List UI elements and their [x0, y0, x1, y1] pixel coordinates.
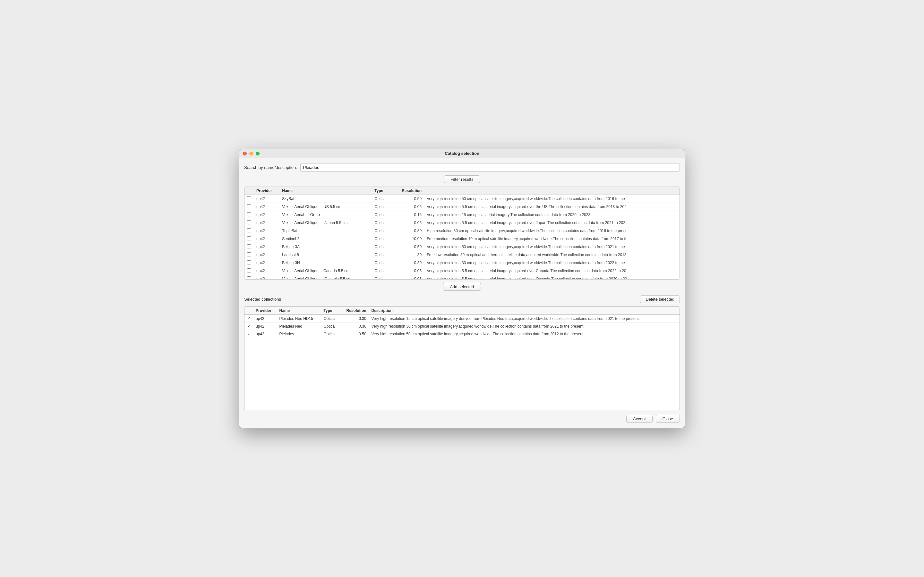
- row-checkbox[interactable]: [247, 196, 251, 200]
- row-checkbox[interactable]: [247, 212, 251, 216]
- row-resolution: 0.15: [393, 211, 424, 219]
- row-checkbox[interactable]: [247, 276, 251, 279]
- row-checkbox[interactable]: [247, 236, 251, 240]
- results-col-checkbox: [244, 187, 254, 195]
- results-col-provider: Provider: [254, 187, 279, 195]
- selected-col-type: Type: [321, 307, 341, 315]
- selected-col-name: Name: [276, 307, 321, 315]
- results-table: Provider Name Type Resolution up42 SkySa…: [244, 187, 680, 279]
- row-provider: up42: [254, 259, 279, 267]
- row-checkbox[interactable]: [247, 244, 251, 248]
- footer-row: Accept Close: [244, 414, 680, 423]
- row-description: Very high resolution 5.5 cm optical aeri…: [424, 219, 680, 227]
- add-selected-button[interactable]: Add selected: [443, 283, 481, 291]
- table-row: up42 Vexcel Aerial Oblique —Canada 5.5 c…: [244, 267, 680, 275]
- row-checkbox-cell[interactable]: [244, 259, 254, 267]
- row-checkbox-cell[interactable]: [244, 211, 254, 219]
- row-name: Sentinel-2: [279, 235, 372, 243]
- delete-selected-button[interactable]: Delete selected: [640, 295, 680, 303]
- search-label: Search by name/description:: [244, 165, 297, 170]
- row-description: Very high resolution 5.5 cm optical aeri…: [424, 203, 680, 211]
- row-provider: up42: [254, 275, 279, 280]
- results-col-type: Type: [372, 187, 393, 195]
- results-col-resolution: Resolution: [393, 187, 424, 195]
- row-name: Vexcel Aerial — Ortho: [279, 211, 372, 219]
- search-input[interactable]: [300, 163, 680, 171]
- row-checkbox[interactable]: [247, 252, 251, 256]
- checkmark-icon: ✓: [247, 324, 250, 329]
- row-description: Free low resolution 30 m optical and the…: [424, 251, 680, 259]
- selected-row-checkbox-cell[interactable]: ✓: [244, 330, 253, 338]
- filter-results-button[interactable]: Filter results: [444, 175, 480, 183]
- row-type: Optical: [372, 211, 393, 219]
- row-description: Very high resolution 5.5 cm optical aeri…: [424, 267, 680, 275]
- row-provider: up42: [254, 195, 279, 203]
- close-dialog-button[interactable]: Close: [656, 415, 680, 423]
- row-checkbox-cell[interactable]: [244, 275, 254, 280]
- checkmark-icon: ✓: [247, 316, 250, 321]
- row-type: Optical: [372, 243, 393, 251]
- row-checkbox[interactable]: [247, 260, 251, 264]
- selected-row-resolution: 0.50: [341, 330, 369, 338]
- selected-row-checkbox-cell[interactable]: ✓: [244, 322, 253, 330]
- row-resolution: 30: [393, 251, 424, 259]
- row-checkbox-cell[interactable]: [244, 251, 254, 259]
- row-provider: up42: [254, 251, 279, 259]
- search-row: Search by name/description:: [244, 163, 680, 171]
- row-resolution: 0.80: [393, 227, 424, 235]
- row-checkbox-cell[interactable]: [244, 243, 254, 251]
- row-checkbox[interactable]: [247, 220, 251, 224]
- row-description: Very high resolution 50 cm optical satel…: [424, 243, 680, 251]
- row-checkbox-cell[interactable]: [244, 235, 254, 243]
- row-resolution: 0.50: [393, 195, 424, 203]
- results-table-body: up42 SkySat Optical 0.50 Very high resol…: [244, 195, 680, 280]
- row-provider: up42: [254, 243, 279, 251]
- row-checkbox[interactable]: [247, 204, 251, 208]
- selected-row-type: Optical: [321, 315, 341, 322]
- table-row: up42 Vexcel Aerial Oblique — Japan 5.5 c…: [244, 219, 680, 227]
- row-description: High resolution 80 cm optical satellite …: [424, 227, 680, 235]
- row-type: Optical: [372, 259, 393, 267]
- row-checkbox-cell[interactable]: [244, 219, 254, 227]
- row-name: Vexcel Aerial Oblique —US 5.5 cm: [279, 203, 372, 211]
- selected-row-type: Optical: [321, 330, 341, 338]
- row-type: Optical: [372, 227, 393, 235]
- table-row: up42 Vexcel Aerial Oblique —US 5.5 cm Op…: [244, 203, 680, 211]
- selected-table-container[interactable]: Provider Name Type Resolution Descriptio…: [244, 306, 680, 410]
- selected-collections-label: Selected collections: [244, 297, 281, 301]
- results-col-name: Name: [279, 187, 372, 195]
- row-checkbox-cell[interactable]: [244, 227, 254, 235]
- row-type: Optical: [372, 235, 393, 243]
- row-checkbox-cell[interactable]: [244, 203, 254, 211]
- row-resolution: 10.00: [393, 235, 424, 243]
- row-name: Vexcel Aerial Oblique — Japan 5.5 cm: [279, 219, 372, 227]
- window-title: Catalog selection: [445, 151, 479, 156]
- table-row: up42 SkySat Optical 0.50 Very high resol…: [244, 195, 680, 203]
- row-name: Vexcel Aerial Oblique —Canada 5.5 cm: [279, 267, 372, 275]
- selected-table-body: ✓ up42 Pléiades Neo HD15 Optical 0.30 Ve…: [244, 315, 680, 338]
- selected-row-provider: up42: [253, 315, 276, 322]
- table-row: up42 Beijing-3A Optical 0.50 Very high r…: [244, 243, 680, 251]
- results-table-container[interactable]: Provider Name Type Resolution up42 SkySa…: [244, 187, 680, 279]
- row-resolution: 0.06: [393, 267, 424, 275]
- row-resolution: 0.06: [393, 203, 424, 211]
- row-checkbox[interactable]: [247, 268, 251, 272]
- maximize-button[interactable]: [256, 152, 260, 155]
- checkmark-icon: ✓: [247, 332, 250, 336]
- minimize-button[interactable]: [249, 152, 253, 155]
- row-resolution: 0.06: [393, 275, 424, 280]
- row-type: Optical: [372, 267, 393, 275]
- selected-row-description: Very high resolution 15 cm optical satel…: [369, 315, 680, 322]
- row-checkbox-cell[interactable]: [244, 267, 254, 275]
- row-name: SkySat: [279, 195, 372, 203]
- results-col-description: [424, 187, 680, 195]
- accept-button[interactable]: Accept: [626, 415, 653, 423]
- window-body: Search by name/description: Filter resul…: [239, 158, 685, 428]
- row-checkbox[interactable]: [247, 228, 251, 232]
- table-row: up42 TripleSat Optical 0.80 High resolut…: [244, 227, 680, 235]
- row-checkbox-cell[interactable]: [244, 195, 254, 203]
- close-button[interactable]: [243, 152, 247, 155]
- selected-row-checkbox-cell[interactable]: ✓: [244, 315, 253, 322]
- row-name: Landsat 8: [279, 251, 372, 259]
- row-name: Beijing-3N: [279, 259, 372, 267]
